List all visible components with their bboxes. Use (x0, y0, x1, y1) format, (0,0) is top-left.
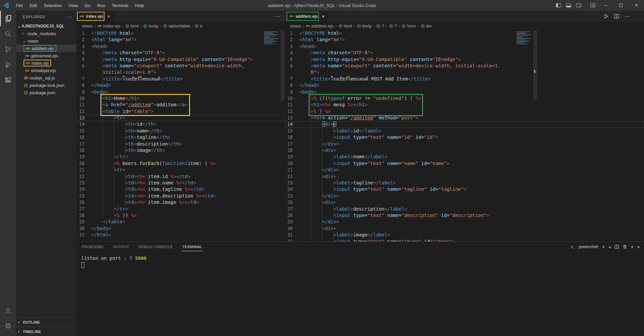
code-line[interactable]: 11 <h1><%= mesg %></h1> (285, 102, 644, 108)
toggle-panel-icon[interactable] (563, 0, 573, 11)
explorer-item-package-lock.json[interactable]: {}package-lock.json (16, 81, 77, 89)
settings-gear-icon[interactable]: ⚙ (0, 319, 16, 334)
code-line[interactable]: 26 <td><%= item.image %></td> (77, 199, 285, 206)
explorer-item-showbyid.ejs[interactable]: <>showbyid.ejs (16, 67, 77, 74)
code-line[interactable]: 15 <label>id</label> (285, 128, 644, 134)
code-line[interactable]: 21 </div> (285, 167, 644, 173)
terminal-output[interactable]: listen on port : ? 5000 (77, 252, 644, 268)
code-line[interactable]: 7 <title>โรงเบียร์ไทยแลนด์ POST Add Item… (285, 76, 644, 82)
sidebar-section-outline[interactable]: › OUTLINE (16, 317, 77, 327)
code-line[interactable]: 23 <td><%= item.name %></td> (77, 180, 285, 186)
menu-run[interactable]: Run (94, 2, 108, 9)
code-line[interactable]: 6 <meta name="viewport" content="width=d… (285, 63, 644, 69)
split-terminal-icon[interactable] (614, 244, 619, 249)
code-line[interactable]: 3<head> (285, 43, 644, 50)
editor-more-actions-icon[interactable]: ⋯ (275, 13, 280, 19)
code-line[interactable]: 5 <meta http-equiv="X-UA-Compatible" con… (285, 56, 644, 63)
code-line[interactable]: initial-scale=1.0"> (77, 69, 285, 75)
code-line[interactable]: 2<html lang="en"> (285, 37, 644, 43)
sidebar-section-timeline[interactable]: › TIMELINE (16, 327, 77, 336)
extensions-icon[interactable] (0, 72, 16, 88)
code-line[interactable]: 22 <td><%= item.id %></td> (77, 173, 285, 180)
minimize-button[interactable] (598, 0, 613, 11)
code-line[interactable]: 30 <div> (285, 225, 644, 232)
code-line[interactable]: 1<!DOCTYPE html> (285, 30, 644, 37)
code-line[interactable]: 1<!DOCTYPE html> (77, 30, 285, 37)
menu-edit[interactable]: Edit (27, 2, 40, 9)
code-line[interactable]: 28 <% }) %> (77, 212, 285, 219)
minimap[interactable] (516, 31, 533, 45)
toggle-sidebar-icon[interactable] (553, 0, 563, 11)
breadcrumb-item[interactable]: views (82, 23, 93, 29)
code-line[interactable]: 19 <label>name</label> (285, 154, 644, 160)
explorer-item-getnameid.ejs[interactable]: <>getnameid.ejs (16, 52, 77, 59)
code-line[interactable]: 22 <div> (285, 173, 644, 180)
breadcrumb-item[interactable]: ? (389, 23, 397, 29)
code-line[interactable]: 31 <label>image</label> (285, 232, 644, 238)
code-line[interactable]: 2<html lang="en"> (77, 37, 285, 43)
panel-tab-debug-console[interactable]: DEBUG CONSOLE (138, 243, 173, 251)
code-line[interactable]: 5 <meta http-equiv="X-UA-Compatible" con… (77, 56, 285, 63)
explorer-more-actions-icon[interactable]: ⋯ (67, 14, 73, 19)
code-line[interactable]: 3<head> (77, 43, 285, 50)
menu-selection[interactable]: Selection (41, 2, 64, 9)
search-icon[interactable] (0, 26, 16, 42)
code-line[interactable]: 30</body> (77, 225, 285, 232)
panel-tab-output[interactable]: OUTPUT (112, 243, 129, 251)
code-line[interactable]: 31</html> (77, 232, 285, 238)
code-line[interactable]: 32 <input type="text" name="image" id="i… (285, 238, 644, 242)
code-line[interactable]: 20 <input type="text" name="name" id="na… (285, 160, 644, 167)
run-file-icon[interactable] (604, 14, 609, 19)
split-editor-icon[interactable] (614, 14, 619, 19)
code-line[interactable]: 4 <meta charset="UTF-8"> (285, 50, 644, 56)
code-line[interactable]: 9<body> (77, 89, 285, 95)
code-line[interactable]: 23 <label>tagline</label> (285, 180, 644, 186)
source-control-icon[interactable] (0, 42, 16, 57)
close-panel-icon[interactable]: × (637, 244, 640, 250)
code-line[interactable]: 29 </div> (285, 219, 644, 225)
code-line[interactable]: 19 </tr> (77, 154, 285, 160)
toggle-secondary-sidebar-icon[interactable] (573, 0, 584, 11)
close-tab-icon[interactable]: × (107, 14, 110, 19)
code-line[interactable]: 13 <form action="/additem" method="post"… (285, 115, 644, 121)
code-line[interactable]: 6 <meta name="viewport" content="width=d… (77, 63, 285, 69)
tab-index-ejs[interactable]: <> index.ejs × (77, 11, 113, 22)
code-line[interactable]: 8</head> (285, 82, 644, 89)
code-line[interactable]: 29 </table> (77, 219, 285, 225)
code-line[interactable]: 21 <tr> (77, 167, 285, 173)
breadcrumb-item[interactable]: html (125, 23, 139, 29)
code-line[interactable]: 20 <% beers.forEach(function(item) { %> (77, 160, 285, 167)
code-editor-additem-ejs[interactable]: 1<!DOCTYPE html>2<html lang="en">3<head>… (285, 30, 644, 241)
panel-tab-terminal[interactable]: TERMINAL (182, 243, 203, 251)
code-line[interactable]: 12 <table id="table"> (77, 108, 285, 115)
code-line[interactable]: 7 <title>โรงเบียร์ไทยแลนด์</title> (77, 76, 285, 82)
explorer-root-folder[interactable]: ⌄ AJNESTNODEJS_SQL (16, 22, 77, 30)
code-line[interactable]: 14 <th>id</th> (77, 121, 285, 127)
code-line[interactable]: 24 <input type="text" name="tagline" id=… (285, 186, 644, 192)
explorer-icon[interactable] (0, 11, 16, 26)
panel-tab-problems[interactable]: PROBLEMS (81, 243, 104, 251)
code-line[interactable]: 15 <th>name</th> (77, 128, 285, 134)
code-line[interactable]: 27 <label>description</label> (285, 206, 644, 212)
explorer-item-views[interactable]: ⌄views (16, 37, 77, 45)
menu-terminal[interactable]: Terminal (109, 2, 131, 9)
run-debug-icon[interactable] (0, 57, 16, 72)
close-tab-icon[interactable]: × (322, 14, 325, 19)
close-window-button[interactable]: × (629, 0, 644, 11)
code-line[interactable]: 9<body> (285, 89, 644, 95)
explorer-item-index.ejs[interactable]: <>index.ejs (16, 59, 77, 67)
scrollbar[interactable] (281, 30, 285, 101)
breadcrumb-item[interactable]: form (402, 23, 416, 29)
code-line[interactable]: 25 </div> (285, 193, 644, 199)
editor-more-actions-icon[interactable]: ⋯ (625, 13, 630, 19)
breadcrumb-item[interactable]: body (357, 23, 372, 29)
code-line[interactable]: 14 <div> (285, 121, 644, 127)
code-line[interactable]: 26 <div> (285, 199, 644, 206)
breadcrumb-item[interactable]: ? (376, 23, 384, 29)
kill-terminal-trash-icon[interactable] (623, 244, 627, 249)
code-line[interactable]: 12 <% } %> (285, 108, 644, 115)
terminal-dropdown-icon[interactable]: ∨ (602, 244, 605, 249)
explorer-item-node_modules[interactable]: ›node_modules (16, 30, 77, 37)
tab-additem-ejs[interactable]: <> additem.ejs × (286, 11, 328, 22)
code-line[interactable]: 0"> (285, 69, 644, 75)
